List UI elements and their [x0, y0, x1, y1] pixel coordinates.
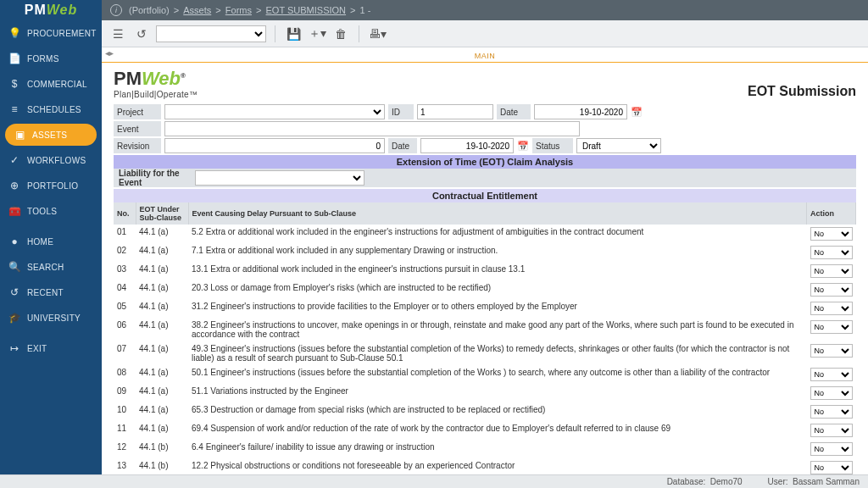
commercial-icon: $: [8, 78, 20, 90]
sidebar-item-schedules[interactable]: ≡SCHEDULES: [0, 97, 102, 122]
cell-no: 01: [114, 225, 136, 243]
sidebar-item-exit[interactable]: ↦EXIT: [0, 336, 102, 361]
cell-event: 38.2 Engineer's instructions to uncover,…: [188, 318, 807, 341]
page-title: EOT Submission: [748, 84, 856, 99]
table-row: 0944.1 (a)51.1 Variations instructed by …: [114, 384, 856, 402]
save-icon[interactable]: 💾: [284, 25, 303, 43]
section-entitlement: Contractual Entitlement: [114, 189, 856, 202]
cell-no: 13: [114, 458, 136, 474]
id-field[interactable]: [417, 104, 493, 119]
calendar-icon[interactable]: 📅: [517, 141, 529, 152]
breadcrumb-item[interactable]: Assets: [183, 5, 211, 15]
action-select[interactable]: No: [810, 246, 853, 259]
sidebar: 💡PROCUREMENT📄FORMS$COMMERCIAL≡SCHEDULES▣…: [0, 20, 102, 474]
add-icon[interactable]: ＋▾: [308, 25, 326, 43]
label-event: Event: [114, 121, 161, 136]
cell-no: 09: [114, 384, 136, 402]
info-icon[interactable]: i: [110, 4, 122, 16]
action-select[interactable]: No: [810, 264, 853, 278]
cell-subclause: 44.1 (a): [136, 318, 188, 341]
label-project: Project: [114, 104, 161, 119]
revision-field[interactable]: [164, 138, 385, 153]
date2-field[interactable]: [420, 138, 514, 153]
workflows-icon: ✓: [8, 154, 20, 166]
cell-no: 06: [114, 318, 136, 341]
cell-event: 65.3 Destruction or damage from special …: [188, 402, 807, 421]
sidebar-item-label: RECENT: [27, 288, 64, 297]
sidebar-item-assets[interactable]: ▣ASSETS: [5, 124, 97, 146]
action-select[interactable]: No: [810, 302, 853, 315]
sidebar-item-recent[interactable]: ↺RECENT: [0, 280, 102, 305]
action-select[interactable]: No: [810, 442, 853, 456]
sidebar-item-search[interactable]: 🔍SEARCH: [0, 254, 102, 280]
action-select[interactable]: No: [810, 386, 853, 400]
action-select[interactable]: No: [810, 461, 853, 474]
date-field[interactable]: [534, 104, 627, 119]
sidebar-item-university[interactable]: 🎓UNIVERSITY: [0, 305, 102, 330]
action-select[interactable]: No: [810, 405, 853, 419]
status-select[interactable]: Draft: [576, 138, 661, 153]
action-select[interactable]: No: [810, 283, 853, 297]
event-field[interactable]: [164, 121, 580, 136]
cell-no: 02: [114, 243, 136, 262]
sidebar-item-forms[interactable]: 📄FORMS: [0, 46, 102, 71]
sidebar-item-label: HOME: [27, 237, 53, 247]
table-row: 0344.1 (a)13.1 Extra or additional work …: [114, 262, 856, 280]
cell-event: 31.2 Engineer's instructions to provide …: [188, 299, 807, 318]
table-row: 0644.1 (a)38.2 Engineer's instructions t…: [114, 318, 856, 341]
tab-scroll-arrows[interactable]: ◂▸: [105, 48, 114, 58]
sidebar-item-label: COMMERCIAL: [27, 80, 87, 89]
home-icon: ●: [8, 236, 20, 247]
cell-no: 07: [114, 341, 136, 365]
assets-icon: ▣: [14, 129, 25, 141]
status-bar: Database: Demo70 User: Bassam Samman: [0, 474, 868, 488]
sidebar-item-label: WORKFLOWS: [27, 156, 86, 165]
tab-main[interactable]: MAIN: [466, 50, 504, 62]
cell-event: 69.4 Suspension of work and/or reduction…: [188, 421, 807, 440]
list-icon[interactable]: ☰: [108, 25, 127, 43]
forms-icon: 📄: [8, 53, 20, 64]
cell-no: 04: [114, 280, 136, 299]
print-icon[interactable]: 🖶▾: [368, 25, 387, 43]
action-select[interactable]: No: [810, 320, 853, 334]
liability-select[interactable]: [195, 170, 364, 186]
history-icon[interactable]: ↺: [132, 25, 151, 43]
section-claim-analysis: Extension of Time (EOT) Claim Analysis: [114, 155, 856, 169]
breadcrumb-item[interactable]: 1 -: [360, 5, 371, 15]
toolbar-select[interactable]: [156, 25, 266, 42]
sidebar-item-tools[interactable]: 🧰TOOLS: [0, 198, 102, 224]
action-select[interactable]: No: [810, 344, 853, 358]
col-action: Action: [807, 202, 856, 225]
table-row: 1344.1 (b)12.2 Physical obstructions or …: [114, 458, 856, 474]
sidebar-item-label: SEARCH: [27, 263, 64, 272]
sidebar-item-home[interactable]: ●HOME: [0, 229, 102, 254]
col-event: Event Causing Delay Pursuant to Sub-Clau…: [188, 202, 807, 225]
action-select[interactable]: No: [810, 424, 853, 437]
sidebar-item-label: FORMS: [27, 54, 59, 64]
sidebar-item-label: SCHEDULES: [27, 105, 81, 114]
table-row: 1044.1 (a)65.3 Destruction or damage fro…: [114, 402, 856, 421]
action-select[interactable]: No: [810, 227, 853, 241]
table-row: 1244.1 (b)6.4 Engineer's failure/ inabil…: [114, 440, 856, 458]
sidebar-item-commercial[interactable]: $COMMERCIAL: [0, 71, 102, 97]
cell-subclause: 44.1 (a): [136, 299, 188, 318]
label-date2: Date: [388, 138, 417, 153]
exit-icon: ↦: [8, 342, 20, 354]
project-select[interactable]: [164, 104, 385, 119]
sidebar-item-label: ASSETS: [32, 130, 67, 140]
cell-subclause: 44.1 (a): [136, 243, 188, 262]
sidebar-item-procurement[interactable]: 💡PROCUREMENT: [0, 20, 102, 46]
calendar-icon[interactable]: 📅: [631, 107, 671, 118]
cell-subclause: 44.1 (b): [136, 440, 188, 458]
cell-event: 6.4 Engineer's failure/ inability to iss…: [188, 440, 807, 458]
app-logo: PMWeb: [0, 0, 102, 20]
breadcrumb-item[interactable]: EOT SUBMISSION: [266, 5, 347, 15]
sidebar-item-portfolio[interactable]: ⊕PORTFOLIO: [0, 173, 102, 198]
action-select[interactable]: No: [810, 368, 853, 381]
cell-event: 50.1 Engineer's instructions (issues bef…: [188, 365, 807, 384]
cell-event: 13.1 Extra or additional work included i…: [188, 262, 807, 280]
delete-icon[interactable]: 🗑: [331, 25, 350, 43]
breadcrumb-item[interactable]: Forms: [225, 5, 252, 15]
table-row: 0444.1 (a)20.3 Loss or damage from Emplo…: [114, 280, 856, 299]
sidebar-item-workflows[interactable]: ✓WORKFLOWS: [0, 147, 102, 173]
